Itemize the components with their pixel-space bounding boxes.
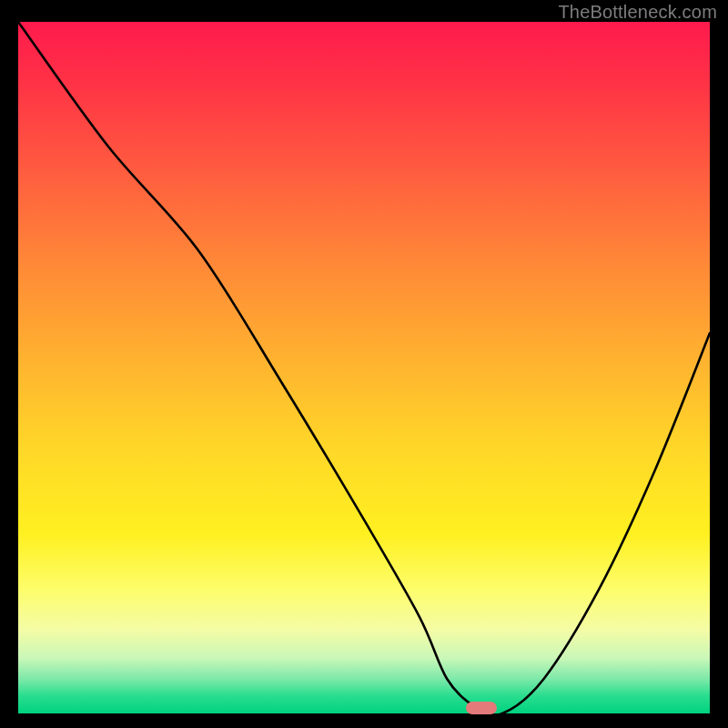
optimal-marker xyxy=(466,702,497,714)
watermark-text: TheBottleneck.com xyxy=(558,2,717,23)
chart-frame: TheBottleneck.com xyxy=(0,0,728,728)
bottleneck-curve-path xyxy=(18,22,710,713)
plot-area xyxy=(18,22,710,713)
curve-svg xyxy=(18,22,710,713)
